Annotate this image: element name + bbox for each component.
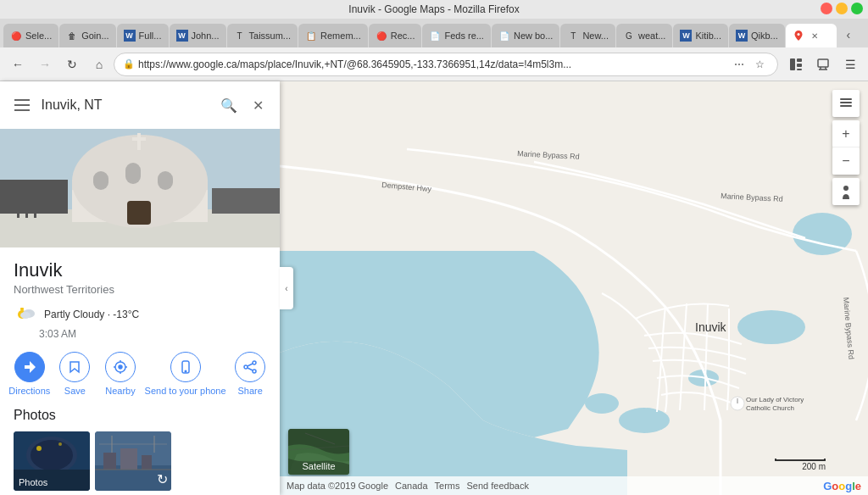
street-view-button[interactable] [832, 178, 860, 205]
tab-john[interactable]: W John... [170, 24, 226, 47]
address-bar[interactable]: 🔒 https://www.google.ca/maps/place/Inuvi… [114, 53, 778, 76]
svg-point-44 [31, 440, 73, 470]
tab-maps-active[interactable]: ✕ [786, 24, 837, 47]
zoom-in-button[interactable]: + [832, 120, 860, 147]
sidebar-button[interactable] [783, 52, 809, 77]
hamburger-menu[interactable] [10, 92, 35, 118]
tab-nav-next[interactable]: › [861, 24, 868, 46]
tab-close-icon[interactable]: ✕ [811, 31, 818, 41]
reload-button[interactable]: ↻ [59, 52, 85, 77]
svg-point-46 [36, 446, 42, 451]
tab-taissum[interactable]: T Taissum... [227, 24, 298, 47]
svg-point-59 [619, 408, 670, 433]
svg-point-74 [843, 186, 849, 191]
tab-qikb[interactable]: W Qikb... [729, 24, 785, 47]
forward-button[interactable]: → [32, 52, 58, 77]
svg-point-30 [119, 365, 122, 369]
photo-rotate-icon[interactable]: ↻ [157, 471, 168, 487]
search-clear-button[interactable]: ✕ [247, 93, 270, 117]
zoom-out-button[interactable]: − [832, 147, 860, 175]
svg-rect-24 [34, 209, 36, 218]
tab-rec[interactable]: 🔴 Rec... [369, 24, 422, 47]
photo-thumbnail-2[interactable]: ↻ [95, 431, 171, 491]
search-button[interactable]: 🔍 [218, 93, 241, 117]
tab-full[interactable]: W Full... [117, 24, 169, 47]
svg-rect-52 [142, 455, 152, 470]
tab-newbo[interactable]: 📄 New bo... [492, 24, 559, 47]
terms-link[interactable]: Terms [435, 481, 460, 491]
weather-text: Partly Cloudy · -13°C [44, 309, 139, 320]
bookmark-button[interactable]: ☆ [750, 55, 769, 74]
satellite-label: Satellite [302, 461, 335, 471]
photos-section: Photos Photos [0, 408, 280, 491]
photo-grid: Photos [14, 431, 266, 491]
svg-line-40 [248, 364, 253, 366]
tab-new[interactable]: T New... [560, 24, 615, 47]
send-feedback-link[interactable]: Send feedback [467, 481, 529, 491]
tab-kitib[interactable]: W Kitib... [673, 24, 728, 47]
tab-label: New... [582, 31, 609, 41]
church-image [0, 129, 280, 248]
canada-link[interactable]: Canada [395, 481, 428, 491]
tab-label: Rec... [391, 31, 415, 41]
tab-remem[interactable]: 📋 Remem... [298, 24, 368, 47]
svg-point-47 [58, 442, 62, 446]
svg-rect-19 [127, 201, 151, 225]
map-controls: + − [832, 90, 860, 205]
minimize-button[interactable] [836, 3, 848, 14]
weather-row: Partly Cloudy · -13°C [14, 303, 266, 326]
send-to-phone-button[interactable]: Send to your phone [145, 352, 226, 396]
tab-favicon: 🔴 [376, 30, 387, 42]
location-photo [0, 129, 280, 248]
nearby-button[interactable]: Nearby [99, 352, 142, 396]
svg-point-38 [244, 365, 248, 369]
photo-thumbnail-1[interactable]: Photos [14, 431, 90, 491]
sync-button[interactable] [810, 52, 836, 77]
window-controls [821, 3, 863, 14]
svg-point-39 [253, 370, 256, 373]
navbar: ← → ↻ ⌂ 🔒 https://www.google.ca/maps/pla… [0, 47, 868, 81]
send-to-phone-label: Send to your phone [145, 386, 226, 396]
tab-label: weat... [638, 31, 665, 41]
svg-text:Our Lady of Victory: Our Lady of Victory [746, 396, 804, 403]
svg-rect-12 [212, 188, 280, 214]
tab-nav-prev[interactable]: ‹ [837, 24, 860, 46]
svg-rect-71 [840, 102, 852, 103]
svg-rect-2 [797, 58, 802, 62]
svg-point-37 [253, 361, 256, 364]
tab-actions: ‹ › + [837, 24, 868, 47]
share-button[interactable]: Share [229, 352, 271, 396]
tab-select[interactable]: 🔴 Sele... [3, 24, 58, 47]
tab-favicon: 🗑 [66, 30, 78, 42]
tab-favicon: T [234, 30, 246, 42]
save-label: Save [64, 386, 86, 396]
satellite-thumbnail[interactable]: Satellite [288, 429, 349, 475]
location-name: Inuvik [14, 259, 266, 281]
scale-line [775, 459, 826, 461]
nearby-icon [105, 352, 136, 382]
tab-label: Remem... [320, 31, 361, 41]
svg-text:Catholic Church: Catholic Church [746, 404, 794, 412]
home-button[interactable]: ⌂ [86, 52, 112, 77]
back-button[interactable]: ← [5, 52, 31, 77]
tab-going[interactable]: 🗑 Goin... [59, 24, 115, 47]
tab-label: Sele... [25, 31, 52, 41]
save-button[interactable]: Save [53, 352, 96, 396]
hamburger-line [14, 99, 30, 101]
menu-button[interactable]: ☰ [837, 52, 863, 77]
photos-heading: Photos [14, 408, 266, 423]
tab-feds[interactable]: 📄 Feds re... [422, 24, 490, 47]
lock-icon: 🔒 [123, 58, 135, 70]
directions-button[interactable]: Directions [8, 352, 51, 396]
close-button[interactable] [821, 3, 832, 14]
maximize-button[interactable] [851, 3, 863, 14]
reader-mode-button[interactable]: ⋯ [730, 55, 748, 74]
layers-button[interactable] [832, 90, 860, 117]
tab-weat[interactable]: G weat... [616, 24, 672, 47]
svg-rect-1 [790, 58, 795, 70]
left-panel: 🔍 ✕ [0, 81, 280, 495]
search-input[interactable] [42, 97, 211, 113]
url-text: https://www.google.ca/maps/place/Inuvik,… [138, 58, 726, 70]
map-svg[interactable]: Dempster Hwy Marine Bypass Rd Marine Byp… [280, 81, 868, 495]
panel-collapse-button[interactable]: ‹ [280, 267, 293, 309]
